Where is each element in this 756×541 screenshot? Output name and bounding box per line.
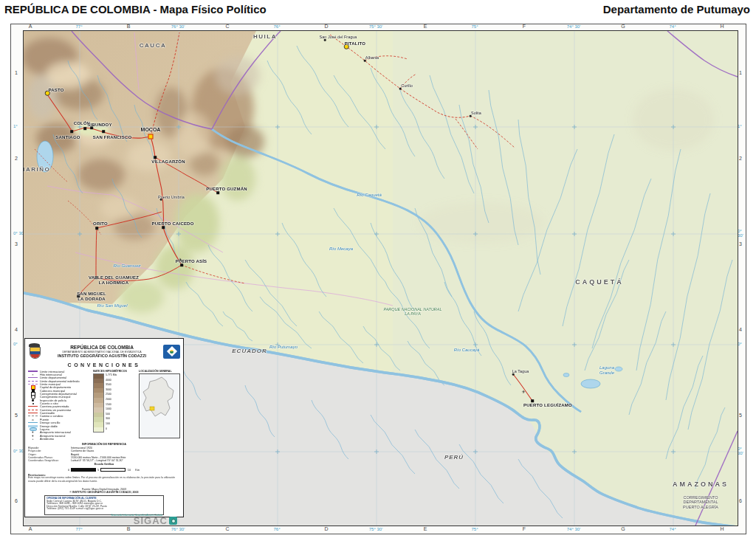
legend-symbol-shape [28,416,38,416]
collar-row-number: 2 [739,156,742,161]
collar-column-letter: F [523,526,526,531]
collar-row-number: 5 [739,413,742,418]
hypsometric-step: 0 [93,427,136,433]
collar-longitude: 76° [273,527,280,531]
collar-row-number: 2 [15,156,18,161]
collar-column-letter: D [324,24,328,29]
sheet-title: REPÚBLICA DE COLOMBIA - Mapa Físico Polí… [4,3,267,15]
collar-column-letter: F [523,24,526,29]
legend-symbol-shape [28,406,38,407]
map-canvas: CAQUETÁAMAZONASNARIÑOCAUCAHUILAECUADORPE… [23,30,738,526]
hypsometric-label: 3500 [106,383,111,386]
collar-column-letter: A [29,526,32,531]
scale-segment [71,468,96,472]
collar-column-letter: B [127,526,131,531]
collar-longitude: 74° 30' [567,24,581,29]
sigac-tagline: Sistema de Información Geográfica Agustí… [111,514,162,516]
legend-symbols-list: Límite internacional×Hito internacionalL… [28,370,90,441]
sigac-icon [169,517,177,525]
hypsometric-label: 500 [106,413,110,416]
legend-item-label: Aeropuerto internacional [40,431,71,434]
restrictions-title: Restricciones: [28,474,104,475]
scale-title: Escala Gráfica [62,463,145,464]
collar-latitude: 0° 30' [738,447,746,455]
collar-longitude: 74° [669,527,676,531]
collar-column-letter: G [621,526,625,531]
hypsometric-label: 3000 [106,388,111,391]
collar-column-letter: B [127,24,131,29]
collar-longitude: 76° 30' [171,527,185,531]
sigac-logo: SIGAC Sistema de Información Geográfica … [28,515,180,526]
collar-row-number: 1 [15,70,18,75]
legend-item-label: Aeródromo [40,437,54,440]
reference-value: Latitud 4° 35' 56,57" - Longitud 74° 04'… [71,459,123,462]
hypsometric-label: 0 [106,427,107,430]
hypsometric-step: 4000 [93,379,136,384]
hypsometric-step: 3000 [93,388,136,393]
collar-longitude: 77° [75,527,82,531]
hypsometric-label: 100 [106,422,110,425]
legend-symbol-shape [28,377,38,378]
collar-column-letter: H [720,526,724,531]
map-sheet-page: REPÚBLICA DE COLOMBIA - Mapa Físico Polí… [0,0,756,541]
hypsometric-step: 2500 [93,393,136,398]
graphic-scale: Escala Gráfica 0 5 10 Km [28,463,180,474]
collar-latitude: 1° [13,124,18,128]
reference-value: Conforme de Gauss [71,449,94,452]
igac-logo-icon [163,345,180,359]
collar-column-letter: A [29,24,32,29]
collar-column-letter: D [324,526,328,531]
collar-latitude: 0° 30' [738,229,746,238]
customer-info-box: OFICINA DE INFORMACIÓN AL CLIENTE Sede C… [44,495,164,515]
collar-column-letter: E [424,24,427,29]
legend-item-label: Drenaje sencillo [40,421,60,424]
hypsometric-step: 300 [93,417,136,422]
hypsometric-step: 100 [93,422,136,427]
collar-column-letter: E [424,526,427,531]
reference-rows: Elipsoide:Internacional 1924Proyección:C… [28,447,180,462]
collar-row-number: 6 [739,498,742,503]
customer-info-line: Teléfono: (092) 731 4149 e-mail: cig@iga… [47,507,104,509]
collar-longitude: 76° [273,24,280,29]
hypsometric-step: 500 [93,413,136,418]
collar-column-letter: C [225,526,229,531]
legend-country: REPÚBLICA DE COLOMBIA [41,345,163,351]
legend-symbol-aerod: + [28,437,38,440]
scale-segment [100,468,126,472]
scale-tick-0: 0 [68,469,69,472]
legend-symbol-shape [32,403,34,404]
colombia-coat-of-arms-icon [28,343,41,359]
customer-info-line: Teléfonos: 368 0098 - 368 0094 www.igac.… [47,502,104,503]
sheet-header: REPÚBLICA DE COLOMBIA - Mapa Físico Polí… [0,1,756,22]
reference-key: Proyección: [28,449,49,452]
collar-row-number: 3 [15,241,18,247]
hypsometric-label: 4000 [106,379,111,382]
collar-longitude: 75° [471,527,478,531]
legend-symbol-shape [28,371,38,372]
hypsometric-label: 1500 [106,403,111,406]
collar-longitude: 74° [669,24,676,29]
reference-title: INFORMACIÓN DE REFERENCIA [62,443,145,444]
hypsometric-step: 1000 [93,407,136,413]
reference-row: Coordenadas Geográficas:Latitud 4° 35' 5… [28,459,180,462]
hypsometric-label: 2500 [106,393,111,396]
hypsometric-swatch [93,427,104,433]
hypsometric-label: 2000 [106,398,111,401]
collar-longitude: 75° [471,24,478,29]
collar-row-number: 5 [15,413,18,418]
hypsometric-label: 1000 [106,407,111,410]
collar-row-number: 3 [739,241,742,247]
legend-symbol-shape [28,410,38,410]
legend-item: +Aeródromo [28,437,90,440]
scale-unit: Km [135,469,140,472]
collar-row-number: 4 [15,327,18,332]
hypsometric-step: 5.775 Mts [93,373,136,379]
sheet-subtitle: Departamento de Putumayo [603,3,750,15]
hypsometric-scale: MATICES HIPSOMÉTRICOS 5.775 Mts400035003… [93,370,136,441]
collar-column-letter: C [225,24,229,29]
legend-title: CONVENCIONES [28,362,180,370]
collar-longitude: 75° 30' [369,527,383,531]
location-title: LOCALIZACIÓN GENERAL [139,370,159,371]
collar-row-number: 1 [739,70,742,75]
sigac-wordmark: SIGAC [134,515,168,526]
